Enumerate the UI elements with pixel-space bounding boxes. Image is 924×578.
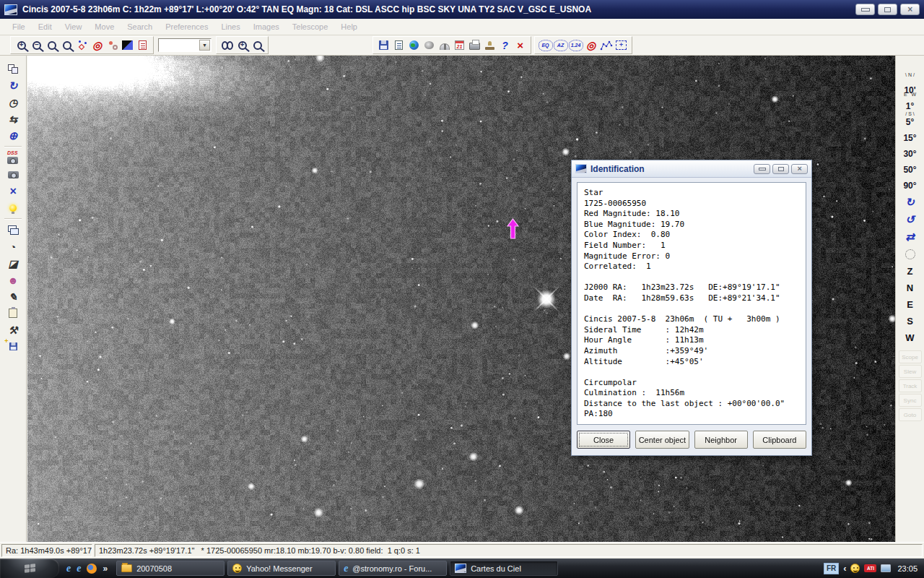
menu-lines[interactable]: Lines	[214, 22, 246, 31]
notes-clipboard-button[interactable]	[3, 305, 23, 322]
world-map-button[interactable]	[406, 38, 422, 53]
time-dial-button[interactable]: ◔	[3, 238, 23, 255]
fov-5deg-button[interactable]: 5°	[899, 114, 922, 130]
save-button[interactable]	[376, 38, 391, 53]
azimuthal-grid-button[interactable]: AZ	[553, 38, 568, 53]
compass-rose-button[interactable]: \ N / E W / S \	[899, 59, 922, 80]
rotate-cw-button[interactable]: ↻	[899, 194, 922, 211]
rotate-ccw-button[interactable]: ↺	[899, 211, 922, 228]
menu-edit[interactable]: Edit	[32, 22, 58, 31]
fov-30deg-button[interactable]: 30°	[899, 146, 922, 162]
start-button[interactable]	[0, 558, 59, 578]
observer-button[interactable]: ☻	[3, 272, 23, 288]
dss-image-button[interactable]: DSS	[3, 150, 23, 166]
help-button[interactable]: ?	[497, 38, 513, 53]
equatorial-grid-button[interactable]: EQ	[538, 38, 553, 53]
dialog-close-button[interactable]: ×	[791, 164, 808, 174]
exit-button[interactable]: ×	[513, 38, 528, 53]
combobox-dropdown-icon[interactable]: ▼	[199, 40, 210, 51]
center-target-button[interactable]: ◎	[90, 38, 105, 53]
messenger-tray-icon[interactable]	[850, 564, 860, 573]
camera-button[interactable]	[3, 166, 23, 183]
night-mode-button[interactable]: ◪	[3, 255, 23, 272]
print-button[interactable]	[467, 38, 482, 53]
close-button[interactable]: ×	[900, 4, 920, 15]
neighbor-button[interactable]: Neighbor	[694, 431, 748, 449]
menu-help[interactable]: Help	[334, 22, 364, 31]
globe-grid-button[interactable]: ⊕	[3, 127, 23, 144]
clock-button[interactable]: ◷	[3, 94, 23, 111]
quick-launch-more-icon[interactable]: »	[103, 564, 108, 574]
pole-marker-button[interactable]: ◎	[583, 38, 598, 53]
direction-east-button[interactable]: E	[899, 296, 922, 313]
center-object-button[interactable]: Center object	[635, 431, 689, 449]
direction-south-button[interactable]: S	[899, 313, 922, 329]
config-button[interactable]	[482, 38, 497, 53]
taskbar-item-yahoo-messenger[interactable]: Yahoo! Messenger	[227, 561, 336, 576]
menu-search[interactable]: Search	[121, 22, 159, 31]
remove-image-button[interactable]: ×	[3, 183, 23, 199]
menu-images[interactable]: Images	[247, 22, 286, 31]
dialog-minimize-button[interactable]	[754, 164, 770, 174]
object-filter-icon[interactable]	[105, 38, 120, 53]
fov-50deg-button[interactable]: 50°	[899, 162, 922, 178]
fov-90deg-button[interactable]: 90°	[899, 178, 922, 194]
ati-tray-icon[interactable]: ATI	[864, 564, 876, 572]
search-zoom-button[interactable]	[250, 38, 265, 53]
tray-expand-icon[interactable]: ‹	[843, 564, 846, 573]
taskbar-item-browser[interactable]: e @stronomy.ro - Foru...	[339, 561, 447, 576]
title-bar[interactable]: Cincis 2007-5-8 23h06m C: 1h22m +89°17' …	[0, 0, 924, 19]
minimize-button[interactable]	[855, 4, 875, 15]
direction-north-button[interactable]: N	[899, 280, 922, 296]
zoom-default-button[interactable]	[59, 38, 74, 53]
menu-preferences[interactable]: Preferences	[159, 22, 214, 31]
taskbar-item-cartes-du-ciel[interactable]: Cartes du Ciel	[450, 561, 558, 576]
fov-10min-button[interactable]: 10'	[899, 82, 922, 98]
mirror-flip-button[interactable]: ⇄	[899, 228, 922, 246]
time-grid-button[interactable]: 1.24	[568, 38, 583, 53]
close-dialog-button[interactable]: Close	[577, 431, 630, 449]
draw-pencil-button[interactable]: ✎	[3, 288, 23, 305]
observatory-dome-button[interactable]	[437, 38, 452, 53]
zoom-area-button[interactable]	[44, 38, 59, 53]
menu-file[interactable]: File	[6, 22, 32, 31]
sky-brightness-button[interactable]	[3, 199, 23, 216]
direction-west-button[interactable]: W	[899, 329, 922, 346]
dialog-maximize-button[interactable]	[772, 164, 789, 174]
comet-button[interactable]	[422, 38, 437, 53]
ie-browser-icon[interactable]: e	[77, 564, 81, 574]
copy-chart-button[interactable]	[3, 61, 23, 77]
taskbar-item-folder[interactable]: 20070508	[116, 561, 225, 576]
pan-arrows-button[interactable]: ⇆	[3, 111, 23, 127]
fov-1deg-button[interactable]: 1°	[899, 98, 922, 114]
menu-view[interactable]: View	[58, 22, 89, 31]
save-config-button[interactable]: +	[3, 338, 23, 355]
constellation-figure-button[interactable]	[598, 38, 614, 53]
firefox-icon[interactable]	[87, 564, 97, 574]
object-search-combobox[interactable]: ▼	[158, 38, 212, 52]
field-frame-button[interactable]: +	[614, 38, 629, 53]
menu-telescope[interactable]: Telescope	[286, 22, 335, 31]
refresh-button[interactable]: ↻	[3, 77, 23, 94]
dialog-title-bar[interactable]: Identification ×	[572, 160, 811, 178]
zoom-in-button[interactable]: +	[14, 38, 29, 53]
menu-move[interactable]: Move	[88, 22, 121, 31]
star-filter-icon[interactable]	[74, 38, 90, 53]
maximize-button[interactable]	[878, 4, 897, 15]
zoom-out-button[interactable]: −	[29, 38, 44, 53]
direction-zenith-button[interactable]: Z	[899, 263, 922, 280]
fov-15deg-button[interactable]: 15°	[899, 130, 922, 146]
display-tray-icon[interactable]	[881, 564, 891, 572]
tools-button[interactable]: ⚒	[3, 322, 23, 338]
calendar-button[interactable]: 21	[452, 38, 467, 53]
language-indicator[interactable]: FR	[824, 563, 839, 574]
info-document-button[interactable]	[135, 38, 150, 53]
ie-shortcut-icon[interactable]: e	[66, 564, 71, 574]
clipboard-button[interactable]: Clipboard	[753, 431, 806, 449]
moon-phase-button[interactable]	[899, 246, 922, 263]
binoculars-search-button[interactable]	[219, 38, 235, 53]
document-button[interactable]	[391, 38, 406, 53]
card-list-button[interactable]	[3, 222, 23, 238]
night-vision-button[interactable]	[120, 38, 135, 53]
search-zoom-plus-button[interactable]: +	[235, 38, 250, 53]
